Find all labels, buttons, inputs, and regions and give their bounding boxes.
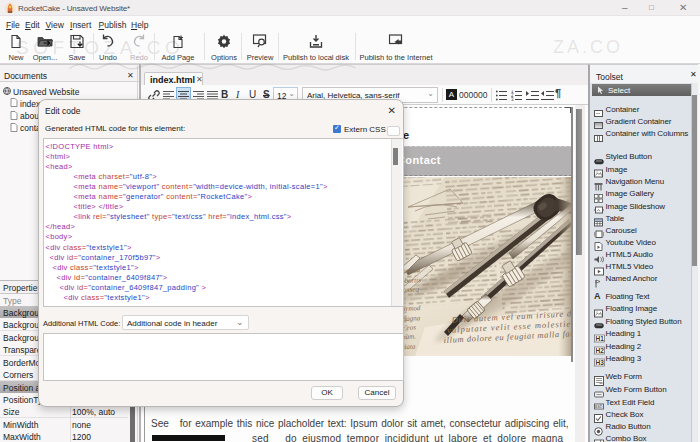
svg-text:ham.: ham. xyxy=(402,332,416,341)
svg-text:H3: H3 xyxy=(596,359,605,366)
svg-text:tiata: tiata xyxy=(402,342,416,351)
svg-text:3: 3 xyxy=(511,97,514,101)
